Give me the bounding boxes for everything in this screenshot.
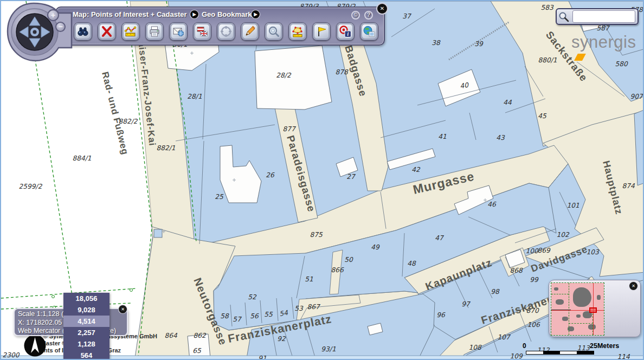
overview-map-panel: ✕ xyxy=(549,280,641,337)
magnifier-circle-icon xyxy=(267,25,280,38)
parcel-label: 93/1 xyxy=(321,345,336,353)
red-x-icon xyxy=(100,25,113,38)
parcel-label: 26 xyxy=(266,171,275,179)
parcel-label: 50 xyxy=(344,256,353,263)
parcel-label: 52 xyxy=(248,293,257,301)
parcel-label: 48 xyxy=(407,260,416,267)
parcel-label: 25 xyxy=(215,193,224,201)
legend-button[interactable] xyxy=(360,22,378,41)
parcel-label: 874 xyxy=(622,182,635,190)
scale-option[interactable]: 18,056 xyxy=(63,293,110,304)
zoom-out-button[interactable]: − xyxy=(55,22,66,32)
search-icon[interactable] xyxy=(557,9,571,24)
geo-bookmarks-arrow-icon[interactable]: ▶ xyxy=(252,10,260,18)
parcel-label: 877 xyxy=(282,125,296,133)
scale-option[interactable]: 1,128 xyxy=(63,338,110,350)
parcel-label: 44 xyxy=(503,99,512,106)
scale-option[interactable]: 2,257 xyxy=(63,327,110,338)
toolbar-panel: Map: Points of Interest + Cadaster ▶ Geo… xyxy=(55,7,385,46)
north-arrow-logo xyxy=(24,335,46,357)
parcel-label: 51 xyxy=(305,275,313,283)
zoom-select-button[interactable] xyxy=(265,22,283,41)
parcel-label: 96 xyxy=(436,311,446,319)
language-button[interactable] xyxy=(193,22,211,41)
measure-line-button[interactable] xyxy=(121,22,140,41)
parcel-label: 884/1 xyxy=(72,155,91,162)
map-selector-label[interactable]: Map: Points of Interest + Cadaster xyxy=(73,10,187,18)
parcel-label: 49 xyxy=(371,243,380,251)
edit-redline-button[interactable] xyxy=(241,22,259,41)
parcel-label: 55 xyxy=(264,311,273,318)
pan-navigator[interactable] xyxy=(5,2,74,63)
map-selector-arrow-icon[interactable]: ▶ xyxy=(190,10,198,18)
scalebar xyxy=(526,351,594,355)
print-button[interactable] xyxy=(145,22,164,41)
flags-icon xyxy=(196,25,209,38)
zoom-in-button[interactable]: + xyxy=(47,9,59,21)
scale-option[interactable]: 9,028 xyxy=(63,304,110,316)
printer-icon xyxy=(148,25,161,38)
parcel-label: 587 xyxy=(596,24,610,32)
svg-text:i: i xyxy=(347,31,349,37)
parcel-label: 28/1 xyxy=(187,93,202,100)
help-icon[interactable]: ? xyxy=(364,11,373,20)
logo-accent-diamond xyxy=(574,54,586,61)
parcel-label: 53 xyxy=(294,305,304,312)
parcel-label: 862 xyxy=(193,332,207,339)
parcel-label: 882/1 xyxy=(156,144,175,152)
parcel-label: 97 xyxy=(461,300,471,308)
measure-area-button[interactable] xyxy=(288,22,307,41)
send-map-button[interactable] xyxy=(169,22,188,41)
scale-dropdown-list: 18,0569,0284,5142,2571,128564 xyxy=(63,293,110,360)
parcel-label: 868 xyxy=(510,267,523,274)
copyright-icon[interactable]: © xyxy=(351,11,360,20)
status-close-icon[interactable]: ✕ xyxy=(119,305,127,313)
parcel-label: 98 xyxy=(491,288,500,295)
pencil-icon xyxy=(243,25,256,38)
overview-extent-rectangle[interactable] xyxy=(589,307,597,313)
scalebar-distance-label: 25Meters xyxy=(590,342,619,350)
parcel-label: 38 xyxy=(432,39,441,47)
crosshair-icon xyxy=(220,25,233,38)
geo-bookmark-button[interactable] xyxy=(312,22,331,41)
center-map-button[interactable] xyxy=(217,22,235,41)
map-viewport[interactable]: 879/3879/258357858730/230/137383940880/1… xyxy=(0,0,644,360)
overview-close-icon[interactable]: ✕ xyxy=(629,282,637,290)
maptip-button[interactable]: i xyxy=(336,22,355,41)
parcel-label: 28/2 xyxy=(276,72,292,79)
parcel-label: 100 xyxy=(525,247,539,255)
toolbar-header: Map: Points of Interest + Cadaster ▶ Geo… xyxy=(56,9,384,20)
parcel-label: 107 xyxy=(497,333,511,341)
parcel-label: 583 xyxy=(540,4,554,11)
parcel-label: 875 xyxy=(310,231,323,239)
parcel-label: 91 xyxy=(258,355,267,360)
measure-area-icon xyxy=(291,25,304,38)
scale-option[interactable]: 564 xyxy=(63,350,110,360)
parcel-label: 41 xyxy=(438,133,447,140)
search-box xyxy=(556,8,639,25)
parcel-label: 27 xyxy=(346,173,356,181)
parcel-label: 57 xyxy=(233,316,242,323)
parcel-label: 2599/2 xyxy=(19,183,43,190)
parcel-label: 99 xyxy=(530,276,539,284)
parcel-label: 108 xyxy=(468,344,482,351)
target-info-icon: i xyxy=(339,25,352,38)
find-button[interactable] xyxy=(74,22,92,41)
clear-selection-button[interactable] xyxy=(98,22,116,41)
binoculars-icon xyxy=(76,25,89,38)
parcel-label: 878 xyxy=(335,68,349,76)
toolbar-buttons: i xyxy=(74,22,378,41)
overview-map-image[interactable] xyxy=(551,283,604,335)
scalebar-zero-label: 0 xyxy=(523,342,526,350)
toolbar-close-icon[interactable]: ✕ xyxy=(377,4,387,14)
geo-bookmarks-label[interactable]: Geo Bookmarks xyxy=(202,10,256,18)
parcel-label: 58 xyxy=(220,312,229,320)
synergis-logo: synergis xyxy=(571,33,643,72)
flag-icon xyxy=(315,25,328,38)
parcel-label: 47 xyxy=(435,234,444,242)
search-input[interactable] xyxy=(572,10,635,23)
parcel-label: 864 xyxy=(164,332,178,339)
parcel-label: 102 xyxy=(556,231,570,239)
scale-option[interactable]: 4,514 xyxy=(63,316,110,327)
parcel-label: 39 xyxy=(474,40,484,48)
